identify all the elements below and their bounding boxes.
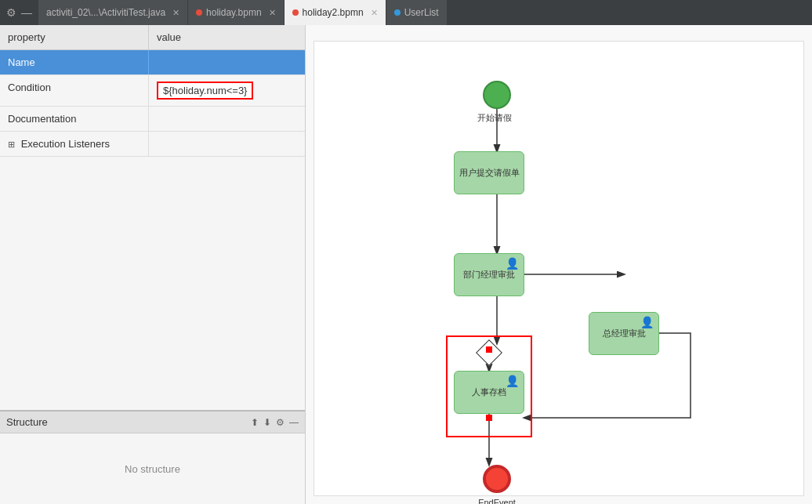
task-gm-label: 总经理审批 <box>603 328 646 339</box>
prop-row-condition[interactable]: Condition ${holiday.num<=3} <box>0 75 305 107</box>
prop-value-documentation <box>149 107 305 131</box>
tab-holiday2-label: holiday2.bpmn <box>303 7 364 18</box>
prop-label-condition: Condition <box>0 75 149 106</box>
bpmn-diagram: 开始请假 用户提交请假单 👤 部门经理审批 <box>361 65 800 504</box>
prop-label-documentation: Documentation <box>0 107 149 131</box>
prop-value-name <box>149 50 305 74</box>
prop-header: property value <box>0 25 305 50</box>
structure-content: No structure <box>0 433 305 504</box>
align-top-icon[interactable]: ⬆ <box>251 417 259 428</box>
tab-bar: ⚙ — activiti_02\...\ActivitiTest.java ✕ … <box>0 0 812 25</box>
tab-activiti-close[interactable]: ✕ <box>172 8 179 18</box>
task-gm[interactable]: 👤 总经理审批 <box>589 312 659 355</box>
canvas-border: 开始请假 用户提交请假单 👤 部门经理审批 <box>314 41 804 496</box>
tab-activiti[interactable]: activiti_02\...\ActivitiTest.java ✕ <box>38 0 188 25</box>
canvas-area[interactable]: 开始请假 用户提交请假单 👤 部门经理审批 <box>306 25 812 504</box>
bpmn-arrows <box>361 65 800 504</box>
tab-holiday2-dot <box>292 9 299 16</box>
main-area: property value Name Condition ${holiday.… <box>0 25 812 504</box>
tab-holiday-close[interactable]: ✕ <box>269 8 276 18</box>
tab-userlist[interactable]: UserList <box>386 0 448 25</box>
gateway-diamond[interactable] <box>476 339 502 366</box>
tab-userlist-dot <box>394 9 401 16</box>
end-label: EndEvent <box>462 498 532 504</box>
task-submit-label: 用户提交请假单 <box>459 167 520 179</box>
task-submit[interactable]: 用户提交请假单 <box>454 151 524 194</box>
prop-row-name[interactable]: Name <box>0 50 305 75</box>
user-icon-manager: 👤 <box>506 257 519 270</box>
end-event[interactable] <box>483 465 511 493</box>
minimize-icon[interactable]: — <box>21 6 32 19</box>
settings-icon[interactable]: ⚙ <box>6 6 16 19</box>
user-icon-hr: 👤 <box>506 375 519 387</box>
minus-icon[interactable]: — <box>289 417 299 428</box>
user-icon-gm: 👤 <box>640 316 654 328</box>
align-bottom-icon[interactable]: ⬇ <box>263 417 271 428</box>
red-square-bottom <box>486 415 492 421</box>
start-label: 开始请假 <box>463 112 526 124</box>
header-property: property <box>0 25 149 49</box>
left-panel: property value Name Condition ${holiday.… <box>0 25 306 504</box>
prop-label-name: Name <box>0 50 149 74</box>
task-hr-label: 人事存档 <box>472 386 506 398</box>
tab-activiti-label: activiti_02\...\ActivitiTest.java <box>46 7 165 18</box>
tab-holiday-label: holiday.bpmn <box>206 7 262 18</box>
structure-panel: Structure ⬆ ⬇ ⚙ — No structure <box>0 410 305 504</box>
prop-row-execution-listeners[interactable]: ⊞ Execution Listeners <box>0 132 305 157</box>
task-manager[interactable]: 👤 部门经理审批 <box>454 253 524 296</box>
tab-holiday[interactable]: holiday.bpmn ✕ <box>188 0 285 25</box>
prop-value-condition: ${holiday.num<=3} <box>149 75 305 106</box>
prop-value-execution-listeners <box>149 132 305 156</box>
settings-icon2[interactable]: ⚙ <box>276 417 285 428</box>
tab-holiday-dot <box>196 9 202 16</box>
tab-holiday2[interactable]: holiday2.bpmn ✕ <box>285 0 386 25</box>
structure-icons: ⬆ ⬇ ⚙ — <box>251 417 299 428</box>
prop-row-documentation[interactable]: Documentation <box>0 107 305 132</box>
no-structure-text: No structure <box>125 463 180 475</box>
task-hr[interactable]: 👤 人事存档 <box>454 371 524 414</box>
start-event[interactable] <box>483 81 511 109</box>
plus-icon: ⊞ <box>8 140 15 149</box>
structure-header: Structure ⬆ ⬇ ⚙ — <box>0 412 305 433</box>
structure-title: Structure <box>6 416 251 428</box>
red-square-top <box>486 346 492 353</box>
task-manager-label: 部门经理审批 <box>463 269 515 281</box>
header-value: value <box>149 25 305 49</box>
tab-userlist-label: UserList <box>404 7 439 18</box>
condition-value-text[interactable]: ${holiday.num<=3} <box>157 82 253 100</box>
tab-holiday2-close[interactable]: ✕ <box>371 8 378 18</box>
properties-table: property value Name Condition ${holiday.… <box>0 25 305 410</box>
prop-label-execution-listeners: ⊞ Execution Listeners <box>0 132 149 156</box>
